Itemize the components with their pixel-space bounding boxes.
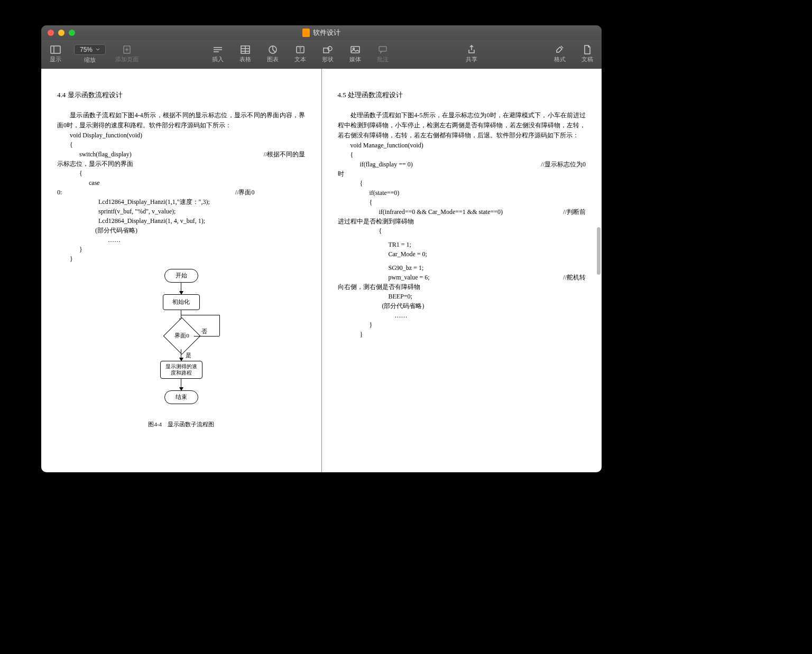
code-block: void Display_function(void) { switch(fla… — [57, 130, 306, 264]
zoom-label: 缩放 — [84, 56, 96, 64]
document-icon — [302, 29, 310, 37]
zoom-value: 75% — [80, 46, 93, 53]
comment-button[interactable]: 批注 — [374, 45, 392, 63]
table-label: 表格 — [239, 55, 251, 63]
add-page-button[interactable]: 添加页面 — [115, 45, 139, 63]
paragraph: 显示函数子流程如下图4-4所示，根据不同的显示标志位，显示不同的界面内容，界面0… — [57, 110, 306, 130]
figure-caption: 图4-4 显示函数子流程图 — [57, 420, 306, 429]
chart-label: 图表 — [267, 55, 279, 63]
document-label: 文稿 — [582, 55, 593, 63]
text-button[interactable]: T 文本 — [291, 45, 309, 63]
code-block: void Manage_function(void) { if(flag_dis… — [338, 141, 586, 339]
page-right: 4.5 处理函数流程设计 处理函数子流程如下图4-5所示，在显示标志位为0时，在… — [322, 69, 602, 472]
comment-label: 批注 — [377, 55, 389, 63]
fc-start: 开始 — [164, 269, 198, 283]
svg-point-16 — [328, 46, 332, 51]
view-button[interactable]: 显示 — [47, 45, 64, 63]
text-label: 文本 — [294, 55, 306, 63]
window-title-text: 软件设计 — [313, 28, 340, 38]
insert-button[interactable]: 插入 — [209, 45, 227, 63]
svg-rect-0 — [51, 46, 60, 53]
flowchart: 开始 初始化 界面0 否 是 显示测得的速度和路程 结束 — [118, 269, 245, 417]
media-button[interactable]: 媒体 — [346, 45, 364, 63]
section-heading-4-5: 4.5 处理函数流程设计 — [338, 90, 586, 101]
shape-button[interactable]: 形状 — [319, 45, 337, 63]
app-window: 软件设计 显示 75% 缩放 添加页面 插 — [41, 25, 602, 472]
svg-text:T: T — [299, 47, 302, 53]
fc-end: 结束 — [164, 390, 198, 404]
chevron-down-icon — [96, 48, 100, 51]
section-heading-4-4: 4.4 显示函数流程设计 — [57, 90, 306, 101]
format-button[interactable]: 格式 — [551, 45, 569, 63]
svg-rect-17 — [351, 46, 359, 53]
fc-display: 显示测得的速度和路程 — [160, 361, 202, 379]
media-label: 媒体 — [349, 55, 361, 63]
titlebar: 软件设计 — [41, 25, 602, 40]
share-button[interactable]: 共享 — [463, 45, 481, 63]
chart-button[interactable]: 图表 — [264, 45, 282, 63]
zoom-select[interactable]: 75% — [74, 44, 106, 55]
page-left: 4.4 显示函数流程设计 显示函数子流程如下图4-4所示，根据不同的显示标志位，… — [41, 69, 322, 472]
window-title: 软件设计 — [41, 28, 602, 38]
scrollbar[interactable] — [597, 227, 601, 275]
share-label: 共享 — [466, 55, 477, 63]
fc-no-label: 否 — [201, 327, 207, 337]
table-button[interactable]: 表格 — [236, 45, 254, 63]
fc-condition: 界面0 — [174, 331, 189, 341]
toolbar: 显示 75% 缩放 添加页面 插入 表格 — [41, 40, 602, 69]
svg-rect-19 — [379, 46, 386, 51]
shape-label: 形状 — [322, 55, 334, 63]
svg-point-18 — [353, 48, 355, 50]
add-page-label: 添加页面 — [115, 55, 139, 63]
fc-yes-label: 是 — [186, 351, 191, 360]
paragraph: 处理函数子流程如下图4-5所示，在显示标志位为0时，在避障模式下，小车在前进过程… — [338, 110, 586, 141]
document-area[interactable]: 4.4 显示函数流程设计 显示函数子流程如下图4-4所示，根据不同的显示标志位，… — [41, 69, 602, 472]
format-label: 格式 — [554, 55, 566, 63]
view-label: 显示 — [50, 55, 61, 63]
insert-label: 插入 — [212, 55, 224, 63]
document-button[interactable]: 文稿 — [578, 45, 596, 63]
fc-init: 初始化 — [163, 294, 200, 310]
